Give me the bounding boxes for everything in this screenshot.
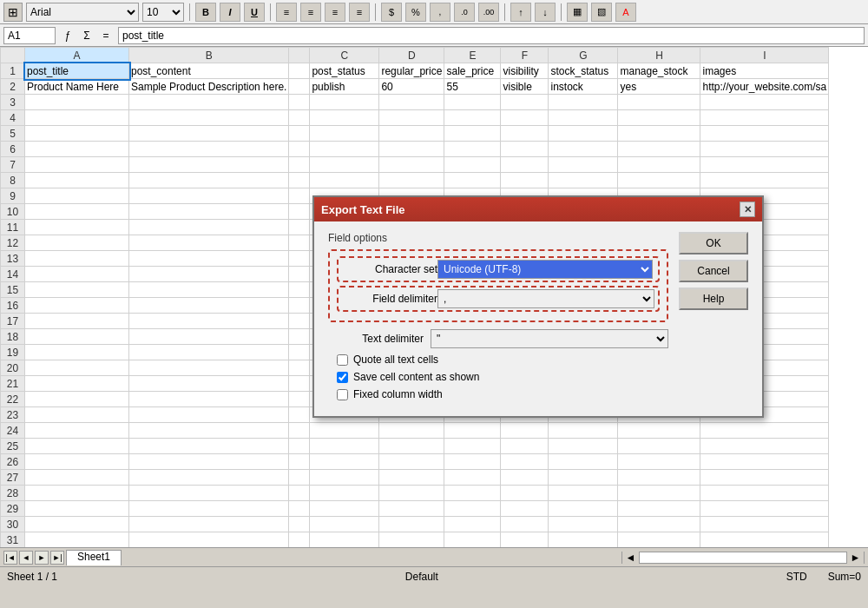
format1-button[interactable]: , bbox=[430, 3, 450, 22]
table-cell[interactable] bbox=[501, 439, 549, 454]
table-cell[interactable]: 55 bbox=[444, 79, 501, 95]
table-cell[interactable] bbox=[310, 95, 379, 110]
row-header[interactable]: 11 bbox=[1, 220, 25, 235]
table-cell[interactable] bbox=[501, 454, 549, 470]
table-cell[interactable] bbox=[129, 220, 289, 235]
table-cell[interactable] bbox=[549, 110, 618, 126]
table-cell[interactable] bbox=[289, 423, 310, 439]
align-left-button[interactable]: ≡ bbox=[276, 3, 297, 22]
table-cell[interactable] bbox=[618, 501, 700, 517]
table-cell[interactable] bbox=[700, 423, 829, 439]
table-cell[interactable] bbox=[700, 454, 829, 470]
table-cell[interactable] bbox=[310, 142, 379, 157]
font-size-select[interactable]: 10 bbox=[142, 3, 184, 22]
quote-all-label[interactable]: Quote all text cells bbox=[353, 354, 438, 366]
table-cell[interactable] bbox=[501, 532, 549, 548]
table-cell[interactable] bbox=[25, 298, 129, 314]
table-cell[interactable] bbox=[25, 486, 129, 501]
row-header[interactable]: 18 bbox=[1, 329, 25, 345]
table-cell[interactable] bbox=[700, 486, 829, 501]
table-cell[interactable] bbox=[444, 517, 501, 532]
table-cell[interactable] bbox=[379, 439, 444, 454]
table-cell[interactable]: Product Name Here bbox=[25, 79, 129, 95]
align-center-button[interactable]: ≡ bbox=[300, 3, 321, 22]
table-cell[interactable] bbox=[444, 110, 501, 126]
row-header[interactable]: 29 bbox=[1, 501, 25, 517]
fixed-column-label[interactable]: Fixed column width bbox=[353, 388, 443, 400]
table-cell[interactable] bbox=[289, 486, 310, 501]
table-cell[interactable] bbox=[444, 501, 501, 517]
quote-all-checkbox[interactable] bbox=[337, 354, 348, 366]
table-cell[interactable] bbox=[289, 470, 310, 486]
table-cell[interactable] bbox=[618, 486, 700, 501]
table-cell[interactable] bbox=[129, 188, 289, 204]
table-cell[interactable] bbox=[501, 470, 549, 486]
table-cell[interactable] bbox=[501, 517, 549, 532]
table-cell[interactable] bbox=[25, 392, 129, 407]
table-cell[interactable] bbox=[289, 298, 310, 314]
table-cell[interactable] bbox=[289, 235, 310, 251]
formula-equals-icon[interactable]: = bbox=[97, 27, 115, 44]
table-cell[interactable] bbox=[379, 470, 444, 486]
table-cell[interactable] bbox=[129, 360, 289, 376]
table-cell[interactable]: post_status bbox=[310, 63, 379, 79]
table-cell[interactable] bbox=[289, 204, 310, 220]
table-cell[interactable] bbox=[549, 454, 618, 470]
table-cell[interactable] bbox=[700, 501, 829, 517]
table-cell[interactable]: yes bbox=[618, 79, 700, 95]
table-cell[interactable] bbox=[379, 486, 444, 501]
sort-desc-button[interactable]: ↓ bbox=[535, 3, 556, 22]
table-cell[interactable]: images bbox=[700, 63, 829, 79]
table-cell[interactable] bbox=[289, 345, 310, 360]
table-cell[interactable] bbox=[25, 267, 129, 282]
function-wizard-icon[interactable]: ƒ bbox=[59, 27, 76, 44]
row-header[interactable]: 19 bbox=[1, 345, 25, 360]
table-cell[interactable] bbox=[310, 423, 379, 439]
row-header[interactable]: 28 bbox=[1, 486, 25, 501]
row-header[interactable]: 5 bbox=[1, 126, 25, 142]
cancel-button[interactable]: Cancel bbox=[679, 260, 748, 282]
table-cell[interactable] bbox=[310, 110, 379, 126]
table-cell[interactable] bbox=[289, 267, 310, 282]
table-cell[interactable] bbox=[129, 235, 289, 251]
table-cell[interactable] bbox=[501, 142, 549, 157]
table-cell[interactable] bbox=[129, 532, 289, 548]
table-cell[interactable] bbox=[289, 95, 310, 110]
table-cell[interactable] bbox=[501, 423, 549, 439]
col-header-c[interactable]: C bbox=[310, 48, 379, 63]
table-cell[interactable] bbox=[501, 95, 549, 110]
table-cell[interactable] bbox=[618, 126, 700, 142]
row-header[interactable]: 9 bbox=[1, 188, 25, 204]
table-cell[interactable]: publish bbox=[310, 79, 379, 95]
table-cell[interactable] bbox=[129, 282, 289, 298]
table-cell[interactable] bbox=[379, 142, 444, 157]
table-cell[interactable] bbox=[289, 142, 310, 157]
table-cell[interactable] bbox=[289, 439, 310, 454]
table-cell[interactable] bbox=[549, 142, 618, 157]
table-cell[interactable] bbox=[289, 376, 310, 392]
table-cell[interactable] bbox=[379, 173, 444, 188]
table-cell[interactable] bbox=[289, 454, 310, 470]
table-cell[interactable] bbox=[700, 126, 829, 142]
col-header-blank[interactable] bbox=[289, 48, 310, 63]
table-cell[interactable] bbox=[25, 282, 129, 298]
table-cell[interactable] bbox=[129, 376, 289, 392]
table-cell[interactable] bbox=[549, 517, 618, 532]
table-cell[interactable] bbox=[444, 454, 501, 470]
scroll-right-button[interactable]: ► bbox=[846, 552, 864, 564]
table-cell[interactable] bbox=[501, 486, 549, 501]
row-header[interactable]: 3 bbox=[1, 95, 25, 110]
table-cell[interactable] bbox=[444, 470, 501, 486]
tab-prev-button[interactable]: ◄ bbox=[19, 551, 33, 565]
table-cell[interactable] bbox=[25, 517, 129, 532]
row-header[interactable]: 6 bbox=[1, 142, 25, 157]
table-cell[interactable] bbox=[379, 95, 444, 110]
table-cell[interactable]: regular_price bbox=[379, 63, 444, 79]
table-cell[interactable] bbox=[289, 517, 310, 532]
table-cell[interactable] bbox=[289, 392, 310, 407]
row-header[interactable]: 12 bbox=[1, 235, 25, 251]
table-cell[interactable] bbox=[25, 173, 129, 188]
table-cell[interactable] bbox=[549, 486, 618, 501]
table-cell[interactable] bbox=[25, 204, 129, 220]
table-cell[interactable] bbox=[379, 157, 444, 173]
